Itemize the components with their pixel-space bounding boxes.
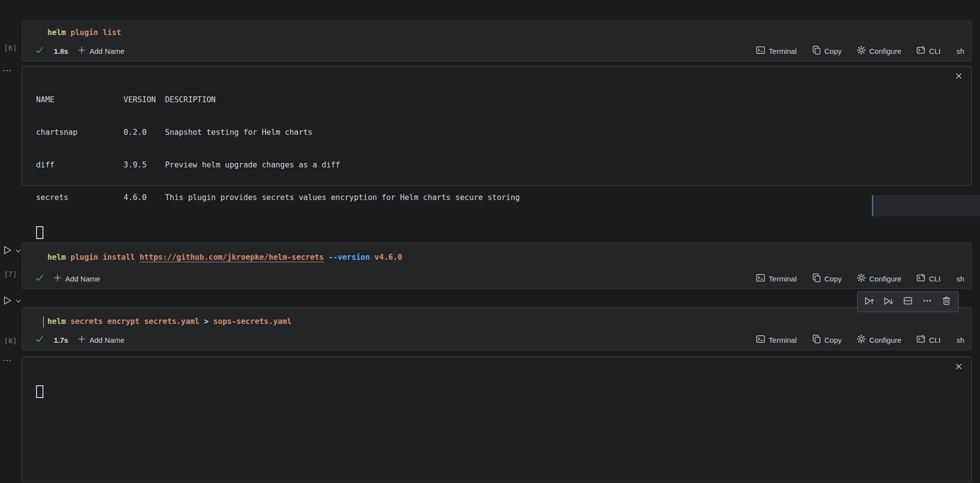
configure-button[interactable]: Configure: [857, 45, 902, 56]
chevron-down-icon[interactable]: [15, 247, 21, 256]
configure-label: Configure: [869, 47, 902, 55]
configure-button[interactable]: Configure: [857, 334, 902, 345]
success-check-icon: [35, 274, 44, 284]
command-link[interactable]: https://github.com/jkroepke/helm-secrets: [140, 253, 324, 262]
terminal-output-text: NAME VERSION DESCRIPTION chartsnap 0.2.0…: [36, 73, 520, 261]
add-name-label: Add Name: [89, 336, 124, 344]
run-triangle-icon[interactable]: [2, 245, 13, 257]
cli-button[interactable]: CLI: [916, 334, 941, 345]
cli-button[interactable]: CLI: [916, 273, 941, 284]
copy-label: Copy: [824, 275, 842, 283]
command-cell-6[interactable]: helm plugin list 1.8s Add Name Terminal: [22, 21, 972, 61]
terminal-icon: [756, 45, 765, 56]
cell-actions: Terminal Copy Configure CLI sh: [756, 45, 964, 56]
cell-status-row: Add Name Terminal Copy Configure: [35, 272, 964, 285]
shell-language-badge[interactable]: sh: [956, 275, 964, 283]
terminal-button[interactable]: Terminal: [756, 45, 797, 56]
cli-icon: [916, 45, 926, 56]
status-left: Add Name: [35, 274, 100, 284]
cell-status-row: 1.7s Add Name Terminal Copy: [35, 333, 964, 346]
shell-language-badge[interactable]: sh: [956, 336, 964, 344]
terminal-label: Terminal: [769, 275, 797, 283]
close-output-button[interactable]: [953, 362, 965, 373]
command-text[interactable]: helm plugin install https://github.com/j…: [47, 253, 402, 262]
terminal-label: Terminal: [769, 47, 797, 55]
add-name-button[interactable]: Add Name: [78, 335, 124, 344]
copy-label: Copy: [824, 336, 842, 344]
terminal-output-text: [36, 363, 54, 420]
gear-icon: [857, 334, 866, 345]
command-text[interactable]: helm plugin list: [47, 28, 121, 37]
command-output-panel-6[interactable]: NAME VERSION DESCRIPTION chartsnap 0.2.0…: [22, 66, 972, 186]
run-cell-8-button[interactable]: [2, 295, 25, 308]
success-check-icon: [35, 335, 44, 345]
split-cell-icon: [903, 296, 913, 308]
copy-label: Copy: [824, 47, 842, 55]
cell-index-6: [6]: [4, 44, 17, 52]
copy-button[interactable]: Copy: [812, 334, 842, 345]
plus-icon: [78, 46, 85, 55]
command-text[interactable]: helm secrets encrypt secrets.yaml > sops…: [47, 317, 292, 326]
output-line: NAME VERSION DESCRIPTION: [36, 94, 520, 105]
add-name-button[interactable]: Add Name: [78, 46, 124, 55]
terminal-button[interactable]: Terminal: [756, 334, 797, 345]
terminal-icon: [756, 273, 765, 284]
configure-label: Configure: [869, 336, 902, 344]
text-caret: [43, 317, 44, 327]
command-cell-7[interactable]: helm plugin install https://github.com/j…: [22, 242, 972, 289]
copy-button[interactable]: Copy: [812, 45, 842, 56]
copy-icon: [812, 273, 821, 284]
command-token: plugin install: [66, 253, 139, 262]
execution-duration: 1.8s: [54, 47, 68, 55]
run-triangle-icon[interactable]: [2, 295, 13, 308]
delete-cell-button[interactable]: [940, 295, 953, 309]
command-token: --version: [328, 253, 370, 262]
configure-button[interactable]: Configure: [857, 273, 902, 284]
cli-label: CLI: [929, 336, 941, 344]
run-cells-below-icon: [883, 296, 894, 308]
add-name-button[interactable]: Add Name: [54, 274, 100, 283]
delete-cell-icon: [941, 296, 951, 308]
run-cells-below-button[interactable]: [882, 295, 896, 309]
command-token: helm: [47, 28, 66, 37]
run-cells-above-icon: [864, 296, 874, 308]
command-token: sops-secrets.yaml: [209, 317, 292, 326]
gear-icon: [857, 45, 866, 56]
gear-icon: [857, 273, 866, 284]
cell-actions: Terminal Copy Configure CLI sh: [756, 273, 964, 284]
output-line: secrets 4.6.0 This plugin provides secre…: [36, 192, 520, 203]
run-cells-above-button[interactable]: [862, 295, 876, 309]
close-icon: [955, 72, 963, 82]
chevron-down-icon[interactable]: [15, 297, 21, 306]
terminal-cursor: [36, 226, 43, 239]
copy-icon: [812, 45, 821, 56]
plus-icon: [54, 274, 61, 283]
cli-button[interactable]: CLI: [916, 45, 941, 56]
more-options-icon: [922, 296, 932, 308]
add-name-label: Add Name: [89, 47, 124, 55]
plus-icon: [78, 335, 85, 344]
cell-actions: Terminal Copy Configure CLI sh: [756, 334, 964, 345]
configure-label: Configure: [869, 275, 902, 283]
cell-index-7: [7]: [4, 270, 17, 278]
output-fold-ellipsis[interactable]: ···: [3, 357, 12, 364]
output-line: diff 3.9.5 Preview helm upgrade changes …: [36, 160, 520, 170]
output-fold-ellipsis[interactable]: ···: [3, 67, 12, 75]
success-check-icon: [35, 46, 44, 56]
copy-button[interactable]: Copy: [812, 273, 842, 284]
terminal-cursor: [36, 385, 43, 398]
command-token: helm: [47, 253, 66, 262]
split-cell-button[interactable]: [901, 295, 915, 309]
command-output-panel-8[interactable]: [22, 357, 972, 482]
command-token: v4.6.0: [370, 253, 402, 262]
cell-status-row: 1.8s Add Name Terminal Copy: [35, 44, 964, 57]
cell-index-8: [8]: [4, 337, 17, 345]
terminal-button[interactable]: Terminal: [756, 273, 797, 284]
hovered-panel-highlight: [872, 195, 980, 216]
add-name-label: Add Name: [65, 275, 100, 283]
more-options-button[interactable]: [920, 295, 934, 309]
close-output-button[interactable]: [953, 71, 965, 83]
command-cell-8[interactable]: helm secrets encrypt secrets.yaml > sops…: [22, 307, 972, 350]
command-token: plugin list: [66, 28, 121, 37]
shell-language-badge[interactable]: sh: [956, 47, 964, 55]
